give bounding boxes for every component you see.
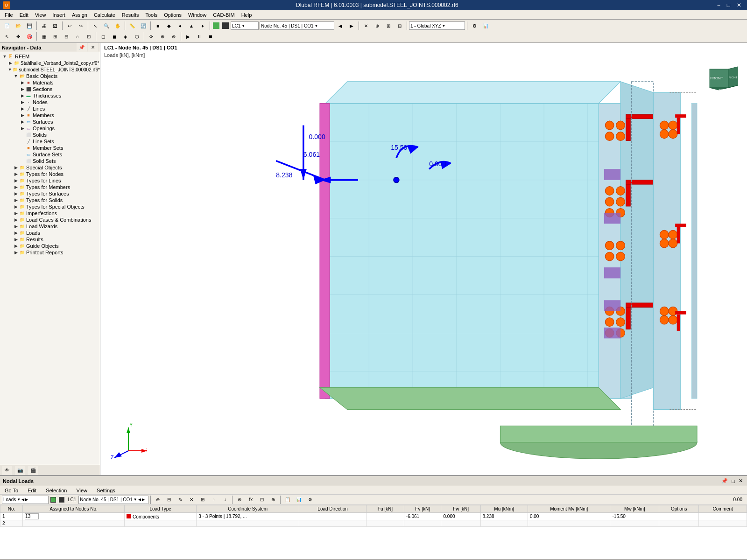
menu-item-edit[interactable]: Edit [17,12,31,18]
new-button[interactable]: 📄 [2,21,12,30]
lc-dropdown[interactable]: LC1 ▼ [231,21,259,30]
menu-item-results[interactable]: Results [119,12,142,18]
tree-item-solid-sets[interactable]: ⬜ Solid Sets [0,158,100,164]
tree-item-thicknesses[interactable]: ▶ ▬ Thicknesses [0,92,100,99]
tb2-btn-q[interactable]: ⏸ [194,32,204,41]
toggle-loads[interactable]: ▶ [13,231,19,235]
tb2-btn-m[interactable]: ⟳ [146,32,156,41]
bp-menu-goto[interactable]: Go To [2,487,21,494]
tb2-btn-f[interactable]: ⊟ [61,32,71,41]
tree-toggle-file2[interactable]: ▼ [7,67,12,72]
tree-item-types-special[interactable]: ▶ 📁 Types for Special Objects [0,203,100,210]
tree-item-solids[interactable]: ⬜ Solids [0,132,100,138]
tb2-btn-o[interactable]: ⊗ [169,32,179,41]
toggle-basic[interactable]: ▼ [13,74,19,78]
tb-btn-k[interactable]: 📊 [480,21,491,30]
save-button[interactable]: 💾 [24,21,35,30]
tb2-btn-c[interactable]: 🎯 [24,32,35,41]
tree-item-surface-sets[interactable]: ▭ Surface Sets [0,151,100,158]
bottom-panel-maximize-button[interactable]: □ [730,478,736,484]
bottom-panel-close-button[interactable]: ✕ [737,478,744,484]
toggle-typesmembers[interactable]: ▶ [13,185,19,189]
bp-tb-l[interactable]: 📋 [282,495,293,504]
print-preview-button[interactable]: 🖼 [50,21,60,30]
tree-item-file2[interactable]: ▼ 📁 submodel.STEEL_JOINTS.000002.rf6* [0,66,100,73]
nav-eye-button[interactable]: 👁 [2,466,12,475]
3d-viewport-svg[interactable]: 0.000 6.061 15.50 8.238 0.00 + [100,60,747,475]
tree-item-guide-objects[interactable]: ▶ 📁 Guide Objects [0,243,100,249]
measure-button[interactable]: 📏 [127,21,137,30]
tree-item-types-lines[interactable]: ▶ 📁 Types for Lines [0,177,100,184]
tb2-btn-a[interactable]: ↖ [2,32,12,41]
toggle-mat[interactable]: ▶ [20,80,25,85]
bp-node-dropdown[interactable]: Node No. 45 | DS1 | CO1 ▼ ◀ ▶ [78,496,148,504]
pan-button[interactable]: ✋ [113,21,123,30]
tree-item-sections[interactable]: ▶ ⬛ Sections [0,86,100,92]
tree-item-line-sets[interactable]: ╱ Line Sets [0,138,100,145]
select-button[interactable]: ↖ [90,21,100,30]
bp-tb-b[interactable]: ⊟ [164,495,174,504]
tree-toggle-rfem[interactable]: ▼ [2,54,7,59]
bp-tb-f[interactable]: ↑ [209,495,219,504]
toggle-results[interactable]: ▶ [13,237,19,242]
rotate-button[interactable]: 🔄 [138,21,148,30]
tb2-btn-p[interactable]: ▶ [183,32,193,41]
zoom-button[interactable]: 🔍 [101,21,112,30]
close-button[interactable]: ✕ [734,2,744,8]
toggle-members[interactable]: ▶ [20,113,25,118]
tb-btn-i[interactable]: ⊟ [395,21,405,30]
tb2-btn-l[interactable]: ⬡ [132,32,142,41]
menu-item-file[interactable]: File [2,12,16,18]
bp-tb-g[interactable]: ↓ [220,495,230,504]
bp-tb-h[interactable]: ⊛ [234,495,245,504]
tb2-btn-d[interactable]: ▦ [39,32,49,41]
tb2-btn-h[interactable]: ⊡ [84,32,94,41]
navigator-close-button[interactable]: ✕ [88,43,98,52]
navigator-pin-button[interactable]: 📌 [77,43,87,52]
bp-tb-m[interactable]: 📊 [294,495,304,504]
menu-item-help[interactable]: Help [239,12,255,18]
bottom-panel-pin-button[interactable]: 📌 [720,478,729,484]
minimize-button[interactable]: − [714,2,723,8]
tree-item-results[interactable]: ▶ 📁 Results [0,236,100,243]
tb2-btn-g[interactable]: ⌂ [72,32,83,41]
toggle-loadwizards[interactable]: ▶ [13,224,19,229]
tree-item-materials[interactable]: ▶ ■ Materials [0,79,100,86]
tree-item-special-objects[interactable]: ▶ 📁 Special Objects [0,164,100,171]
tb-btn-e[interactable]: ♦ [197,21,208,30]
tb2-btn-i[interactable]: ◻ [98,32,108,41]
undo-button[interactable]: ↩ [64,21,75,30]
menu-item-view[interactable]: View [32,12,49,18]
bp-tb-c[interactable]: ✎ [175,495,185,504]
toggle-sec[interactable]: ▶ [20,87,25,91]
node-marker[interactable] [394,177,399,183]
tree-item-rfem[interactable]: ▼ 🗄 RFEM [0,53,100,60]
tree-item-lines[interactable]: ▶ ╱ Lines [0,105,100,112]
tree-item-openings[interactable]: ▶ ▭ Openings [0,125,100,132]
bp-tb-n[interactable]: ⚙ [305,495,315,504]
tree-item-imperfections[interactable]: ▶ 📁 Imperfections [0,210,100,217]
tb-btn-g[interactable]: ⊕ [372,21,382,30]
tree-item-surfaces[interactable]: ▶ ▭ Surfaces [0,119,100,125]
bp-tb-e[interactable]: ⊞ [197,495,208,504]
nav-next-button[interactable]: ▶ [346,21,357,30]
canvas-area[interactable]: 0.000 6.061 15.50 8.238 0.00 + [100,60,747,475]
tb-btn-b[interactable]: ◆ [164,21,174,30]
tree-item-types-surfaces[interactable]: ▶ 📁 Types for Surfaces [0,190,100,197]
tree-item-load-wizards[interactable]: ▶ 📁 Load Wizards [0,223,100,230]
bp-menu-settings[interactable]: Settings [94,487,118,494]
nodes-input-1[interactable] [25,513,39,519]
toggle-imperf[interactable]: ▶ [13,211,19,216]
cell-nodes-1[interactable] [23,513,125,520]
tb-btn-d[interactable]: ▲ [186,21,197,30]
menu-item-calculate[interactable]: Calculate [91,12,118,18]
table-row[interactable]: 2 [0,520,747,527]
print-button[interactable]: 🖨 [39,21,49,30]
maximize-button[interactable]: □ [724,2,733,8]
coord-dropdown[interactable]: 1 - Global XYZ ▼ [409,21,465,30]
loads-table-container[interactable]: No. Assigned to Nodes No. Load Type Coor… [0,505,747,560]
tb-btn-a[interactable]: ■ [153,21,163,30]
tree-item-types-nodes[interactable]: ▶ 📁 Types for Nodes [0,171,100,177]
toggle-loadcases[interactable]: ▶ [13,217,19,222]
tree-item-types-solids[interactable]: ▶ 📁 Types for Solids [0,197,100,203]
